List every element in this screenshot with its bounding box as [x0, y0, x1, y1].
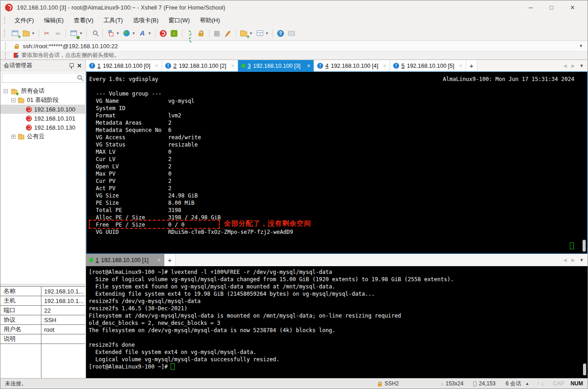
menu-file[interactable]: 文件(F) — [10, 15, 39, 26]
open-dropdown-caret[interactable]: ▼ — [31, 31, 35, 35]
highlight-pen-icon[interactable] — [223, 28, 233, 38]
session-search-input[interactable] — [2, 73, 84, 83]
scrollbar-thumb[interactable] — [583, 240, 586, 252]
status-message: 未连接。 — [5, 380, 377, 388]
new-folder-icon[interactable]: + — [239, 28, 249, 38]
tree-label: 192.168.10.100 — [34, 106, 75, 113]
menu-help[interactable]: 帮助(H) — [195, 15, 225, 26]
tile-dropdown-caret[interactable]: ▼ — [265, 31, 269, 35]
tree-node-group-cloud[interactable]: 公有云 — [0, 132, 85, 141]
tree-node-all-sessions[interactable]: 所有会话 — [0, 86, 85, 96]
menu-tabs[interactable]: 选项卡(B) — [128, 15, 163, 26]
drag-handle — [4, 17, 6, 24]
menu-view[interactable]: 查看(V) — [69, 15, 98, 26]
panel-close-icon[interactable]: ✕ — [77, 62, 82, 69]
reconnect-icon[interactable] — [53, 28, 63, 38]
tab-session-3-active[interactable]: 3 192.168.10.100 [3] × — [238, 60, 314, 71]
help-icon[interactable] — [275, 28, 285, 38]
tab-close-icon[interactable]: × — [157, 257, 161, 263]
web-dropdown-caret[interactable]: ▼ — [132, 31, 136, 35]
property-row: 端口 22 — [0, 306, 85, 315]
tab-close-icon[interactable]: × — [459, 62, 462, 69]
virtual-keyboard-icon[interactable] — [212, 28, 222, 38]
pin-icon[interactable] — [69, 63, 73, 69]
terminal-bottom[interactable]: [root@AlmaLinux9-100 ~]# lvextend -l +10… — [86, 266, 588, 378]
tab-session-4[interactable]: 4 192.168.10.100 [4] × — [314, 60, 390, 71]
tree-label: 01 基础阶段 — [27, 96, 59, 104]
tab-close-icon[interactable]: × — [307, 62, 310, 69]
session-properties-icon[interactable] — [69, 28, 79, 38]
tree-node-session-100[interactable]: 192.168.10.100 — [0, 105, 85, 114]
compose-icon[interactable] — [106, 28, 116, 38]
tab-session-1[interactable]: 1 192.168.10.100 [1] × — [86, 254, 164, 266]
collapse-icon[interactable] — [11, 98, 15, 102]
collapse-icon[interactable] — [4, 89, 8, 93]
message-icon[interactable] — [286, 28, 296, 38]
property-value: 192.168.10.1... — [41, 288, 85, 295]
tab-scroll-left-icon[interactable]: ◀ — [563, 63, 567, 68]
hint-text: 要添加当前会话，点击左侧的箭头按钮。 — [21, 51, 120, 59]
tab-list-dropdown-icon[interactable]: ▼ — [579, 63, 584, 68]
session-count[interactable]: 6 会话 ▲ — [506, 380, 529, 388]
open-folder-icon[interactable] — [21, 28, 31, 38]
font-dropdown-caret[interactable]: ▼ — [148, 31, 152, 35]
tab-list-dropdown-icon[interactable]: ▼ — [579, 258, 584, 263]
xshell-icon[interactable] — [158, 28, 168, 38]
tab-label: 192.168.10.100 [0] — [103, 63, 150, 69]
fullscreen-icon[interactable] — [185, 28, 195, 38]
compose-dropdown-caret[interactable]: ▼ — [116, 31, 120, 35]
close-button[interactable]: ✕ — [562, 4, 583, 11]
new-tab-button[interactable]: + — [164, 254, 176, 266]
web-browser-icon[interactable] — [122, 28, 132, 38]
address-bar[interactable]: ssh://root:******@192.168.10.100:22 ▼ — [0, 40, 588, 51]
tab-label: 192.168.10.100 [3] — [253, 63, 300, 69]
tab-close-icon[interactable]: × — [231, 62, 234, 69]
font-icon[interactable] — [137, 28, 147, 38]
new-session-icon[interactable]: + — [10, 28, 20, 38]
toolbar: + ▼ ▼ ▼ ▼ ▼ + ▼ ▼ — [0, 26, 588, 40]
caps-lock-indicator: CAP — [553, 380, 564, 387]
property-label: 主机 — [0, 296, 41, 305]
hint-flag-icon — [14, 53, 18, 58]
menu-window[interactable]: 窗口(W) — [163, 15, 195, 26]
menu-edit[interactable]: 编辑(E) — [39, 15, 69, 26]
lock-screen-icon[interactable] — [196, 28, 206, 38]
minimize-button[interactable]: ─ — [520, 4, 541, 11]
tree-node-group-basic[interactable]: 01 基础阶段 — [0, 96, 85, 105]
tree-node-session-101[interactable]: 192.168.10.101 — [0, 114, 85, 123]
terminal-top[interactable]: Every 1.0s: vgdisplay AlmaLinux9-100: Mo… — [86, 71, 588, 254]
tab-session-5[interactable]: 5 192.168.10.100 [5] × — [390, 60, 466, 71]
tab-scroll-right-icon[interactable]: ▶ — [571, 258, 575, 263]
xftp-icon[interactable] — [169, 28, 179, 38]
property-label: 端口 — [0, 306, 41, 315]
menu-tools[interactable]: 工具(T) — [98, 15, 128, 26]
tab-number: 1 — [97, 63, 101, 69]
xshell-logo-icon — [5, 4, 13, 11]
tab-number: 2 — [173, 63, 177, 69]
tab-scroll-right-icon[interactable]: ▶ — [571, 63, 575, 68]
address-dropdown-caret[interactable]: ▼ — [579, 44, 583, 48]
properties-dropdown-caret[interactable]: ▼ — [79, 31, 83, 35]
tab-number: 5 — [401, 63, 405, 69]
disconnect-icon[interactable] — [42, 28, 52, 38]
drag-handle — [5, 42, 7, 50]
tree-node-session-130[interactable]: 192.168.10.130 — [0, 123, 85, 132]
title-bar: 192.168.10.100 [3] - root@AlmaLinux9-100… — [0, 0, 588, 14]
session-list-caret-icon[interactable]: ▲ — [525, 381, 529, 386]
caret-position-icon — [473, 381, 476, 386]
tab-scroll-left-icon[interactable]: ◀ — [563, 258, 567, 263]
maximize-button[interactable]: □ — [541, 4, 562, 11]
tab-number: 4 — [325, 63, 329, 69]
tab-close-icon[interactable]: × — [155, 62, 158, 69]
scrollbar-thumb[interactable] — [583, 364, 586, 375]
session-nav-arrows[interactable]: ↑↓ — [537, 380, 546, 387]
tab-session-2[interactable]: 2 192.168.10.100 [2] × — [162, 60, 238, 71]
address-value[interactable]: ssh://root:******@192.168.10.100:22 — [23, 43, 118, 50]
new-folder-dropdown-caret[interactable]: ▼ — [249, 31, 253, 35]
tile-windows-icon[interactable] — [255, 28, 265, 38]
tab-close-icon[interactable]: × — [383, 62, 386, 69]
expand-icon[interactable] — [11, 135, 15, 139]
tab-session-0[interactable]: 1 192.168.10.100 [0] × — [86, 60, 162, 71]
new-tab-button[interactable]: + — [466, 60, 477, 71]
find-icon[interactable] — [90, 28, 100, 38]
